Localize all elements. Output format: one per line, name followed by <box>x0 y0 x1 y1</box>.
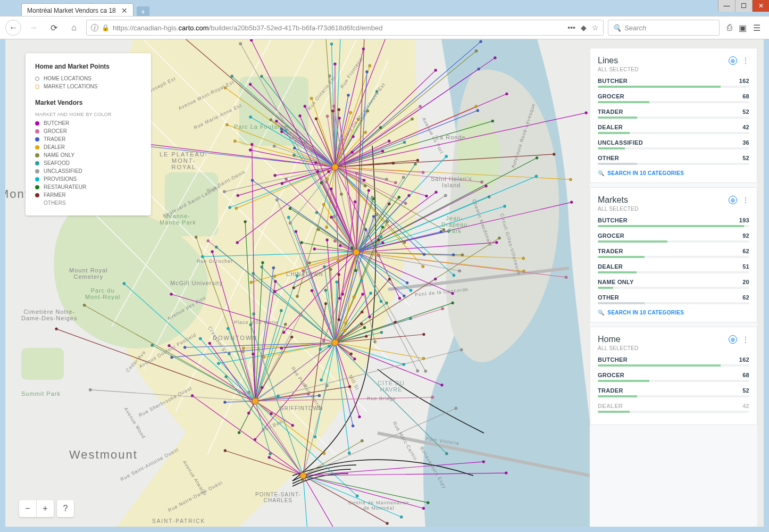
widgets-panel[interactable]: Lines ◎ ⋮ ALL SELECTED BUTCHER162 GROCER… <box>590 48 757 527</box>
svg-point-554 <box>238 431 240 434</box>
category-row[interactable]: OTHER62 <box>598 294 749 304</box>
search-categories-link[interactable]: 🔍SEARCH IN 10 CATEGORIES <box>598 170 749 176</box>
legend-dot-9 <box>35 193 39 197</box>
svg-point-337 <box>326 178 329 180</box>
category-row[interactable]: UNCLASSIFIED36 <box>598 139 749 149</box>
category-value: 42 <box>742 124 749 130</box>
svg-point-575 <box>348 385 351 388</box>
svg-point-372 <box>434 69 437 72</box>
widget-menu-icon[interactable]: ⋮ <box>742 336 749 343</box>
svg-point-511 <box>350 353 353 355</box>
svg-point-595 <box>324 302 327 305</box>
menu-icon[interactable]: ☰ <box>753 23 760 33</box>
widget-target-icon[interactable]: ◎ <box>729 56 737 65</box>
svg-point-356 <box>249 148 252 151</box>
back-button[interactable]: ← <box>5 20 21 36</box>
svg-point-564 <box>277 395 279 397</box>
widget-target-icon[interactable]: ◎ <box>729 335 737 344</box>
pocket-icon[interactable]: ◆ <box>581 23 587 32</box>
category-value: 62 <box>742 248 749 254</box>
legend-item-label: NAME ONLY <box>44 152 74 158</box>
category-row[interactable]: TRADER62 <box>598 248 749 258</box>
svg-point-597 <box>302 479 304 482</box>
home-button[interactable]: ⌂ <box>66 20 82 36</box>
svg-point-306 <box>270 119 272 121</box>
svg-point-367 <box>325 226 328 229</box>
sidebar-icon[interactable]: ▣ <box>739 23 747 33</box>
category-row[interactable]: GROCER68 <box>598 93 749 103</box>
svg-point-534 <box>360 322 363 325</box>
svg-point-510 <box>275 198 278 201</box>
svg-point-320 <box>352 135 355 138</box>
svg-point-573 <box>228 352 230 355</box>
svg-point-428 <box>354 269 357 272</box>
category-row[interactable]: BUTCHER162 <box>598 356 749 367</box>
category-row[interactable]: BUTCHER193 <box>598 217 749 227</box>
svg-point-539 <box>83 304 86 306</box>
tab-close-icon[interactable]: ✕ <box>121 6 128 15</box>
browser-tab[interactable]: Montréal Market Vendors ca 18 ✕ <box>21 3 133 17</box>
bookmark-icon[interactable]: ☆ <box>592 23 599 32</box>
svg-point-308 <box>224 87 227 89</box>
widget-target-icon[interactable]: ◎ <box>729 196 737 204</box>
legend-dot-8 <box>35 185 39 189</box>
svg-point-542 <box>55 328 58 330</box>
category-row[interactable]: NAME ONLY20 <box>598 279 749 289</box>
url-bar[interactable]: i 🔒 https://canadian-hgis.carto.com/buil… <box>86 20 604 36</box>
svg-point-340 <box>274 174 277 177</box>
svg-point-333 <box>381 150 384 153</box>
category-row[interactable]: TRADER52 <box>598 109 749 119</box>
category-row[interactable]: GROCER68 <box>598 372 749 382</box>
category-row[interactable]: BUTCHER162 <box>598 78 749 88</box>
category-row[interactable]: DEALER42 <box>598 124 749 134</box>
window-close-button[interactable]: ✕ <box>752 0 769 12</box>
svg-point-445 <box>403 295 405 297</box>
svg-point-332 <box>357 118 360 121</box>
reload-button[interactable]: ⟳ <box>46 20 62 36</box>
category-row[interactable]: GROCER92 <box>598 232 749 243</box>
library-icon[interactable]: ⎙ <box>727 23 732 33</box>
svg-point-453 <box>409 289 412 292</box>
widget-menu-icon[interactable]: ⋮ <box>742 196 749 204</box>
svg-point-462 <box>408 194 411 197</box>
more-icon[interactable]: ••• <box>567 23 575 32</box>
legend-home-label: HOME LOCATIONS <box>44 76 91 81</box>
svg-point-518 <box>354 201 356 203</box>
help-button[interactable]: ? <box>57 500 74 517</box>
forward-button[interactable]: → <box>26 20 41 36</box>
svg-point-373 <box>374 340 377 343</box>
svg-point-516 <box>323 265 326 268</box>
legend-item-label: TRADER <box>44 136 65 142</box>
svg-point-383 <box>491 120 494 122</box>
category-row[interactable]: OTHER52 <box>598 155 749 165</box>
svg-point-545 <box>318 394 321 397</box>
category-row[interactable]: TRADER52 <box>598 387 749 397</box>
legend-item-label: FARMER <box>44 192 66 198</box>
svg-point-505 <box>452 302 454 304</box>
svg-point-481 <box>326 238 329 241</box>
category-value: 52 <box>742 155 749 161</box>
browser-search-input[interactable]: 🔍 Search <box>608 20 720 36</box>
window-maximize-button[interactable]: ☐ <box>735 0 752 12</box>
svg-point-514 <box>170 293 173 296</box>
window-minimize-button[interactable]: — <box>718 0 735 12</box>
svg-point-584 <box>325 384 328 387</box>
category-row[interactable]: DEALER51 <box>598 263 749 273</box>
category-row[interactable]: DEALER42 <box>598 403 749 413</box>
info-icon[interactable]: i <box>91 24 98 31</box>
zoom-in-button[interactable]: + <box>37 500 54 517</box>
svg-point-562 <box>272 267 275 269</box>
svg-point-484 <box>360 279 363 282</box>
svg-point-467 <box>414 163 416 165</box>
new-tab-button[interactable]: + <box>137 6 149 17</box>
svg-point-509 <box>215 246 218 248</box>
zoom-out-button[interactable]: − <box>19 500 36 517</box>
svg-point-322 <box>249 115 252 118</box>
browser-nav-bar: ← → ⟳ ⌂ i 🔒 https://canadian-hgis.carto.… <box>0 16 769 39</box>
svg-point-546 <box>270 412 272 415</box>
svg-point-382 <box>425 195 428 197</box>
svg-point-310 <box>304 105 306 107</box>
widget-menu-icon[interactable]: ⋮ <box>742 57 749 64</box>
search-categories-link[interactable]: 🔍SEARCH IN 10 CATEGORIES <box>598 310 749 315</box>
svg-point-589 <box>191 394 194 397</box>
